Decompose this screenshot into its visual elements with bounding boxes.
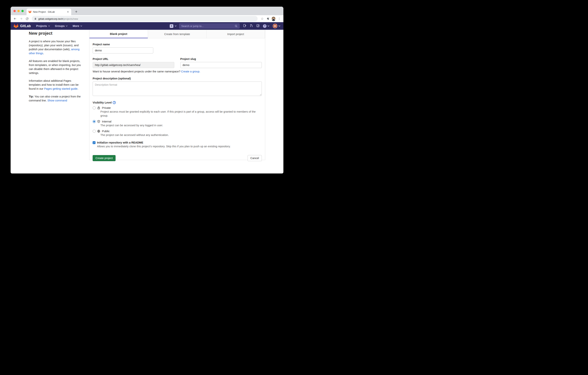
merge-requests-icon[interactable] <box>250 24 253 28</box>
private-option-description: Project access must be granted explicitl… <box>100 110 262 118</box>
url-text: gitlab.widgetcorp.tech/projects/new <box>38 17 78 21</box>
chevron-down-icon <box>278 25 280 27</box>
sidebar-paragraph: A project is where you house your files … <box>29 39 83 55</box>
chevron-down-icon <box>48 25 50 27</box>
blank-project-form: Project name Project URL Project slug Wa… <box>89 38 265 161</box>
extensions-puzzle-icon[interactable] <box>266 16 270 21</box>
project-url-input[interactable] <box>93 62 174 68</box>
public-radio[interactable] <box>93 130 96 133</box>
chevron-down-icon <box>66 25 68 27</box>
visibility-help-icon[interactable]: ? <box>113 101 116 104</box>
visibility-level-label: Visibility Level ? <box>93 101 262 104</box>
public-option-label[interactable]: Public <box>102 130 110 133</box>
help-menu[interactable]: ? <box>263 24 269 28</box>
page-sidebar: New project A project is where you house… <box>29 31 83 106</box>
new-dropdown[interactable]: + <box>170 24 177 28</box>
gitlab-favicon <box>28 11 32 13</box>
global-search[interactable] <box>179 23 240 29</box>
gitlab-navbar: GitLab Projects Groups More + <box>10 22 284 30</box>
menu-groups[interactable]: Groups <box>55 24 68 27</box>
tab-blank-project[interactable]: Blank project <box>89 30 148 38</box>
show-command-link[interactable]: Show command <box>47 99 67 102</box>
tip-label: Tip: <box>29 95 34 98</box>
project-slug-label: Project slug <box>180 57 262 60</box>
cancel-button[interactable]: Cancel <box>248 155 262 161</box>
project-name-input[interactable] <box>93 47 153 54</box>
readme-label[interactable]: Initialize repository with a README <box>97 141 143 144</box>
page-title: New project <box>29 31 83 36</box>
user-avatar <box>273 23 278 28</box>
create-group-link[interactable]: Create a group. <box>181 70 200 73</box>
gitlab-brand[interactable]: GitLab <box>14 24 31 28</box>
description-textarea[interactable] <box>93 81 262 96</box>
project-type-tabs: Blank project Create from template Impor… <box>89 30 265 38</box>
plus-icon <box>75 11 77 13</box>
back-icon <box>13 17 17 20</box>
tab-close-icon[interactable] <box>66 11 69 13</box>
plus-square-icon: + <box>170 24 173 28</box>
globe-icon <box>97 130 100 133</box>
tab-create-from-template[interactable]: Create from template <box>148 30 207 38</box>
search-icon <box>235 25 238 27</box>
window-minimize-button[interactable] <box>17 10 20 12</box>
user-menu[interactable] <box>273 23 280 28</box>
check-icon <box>93 142 95 144</box>
new-tab-button[interactable] <box>74 9 79 14</box>
menu-more[interactable]: More <box>73 24 82 27</box>
readme-description: Allows you to immediately clone this pro… <box>97 144 258 148</box>
visibility-option-internal: Internal The project can be accessed by … <box>93 120 262 127</box>
browser-toolbar: gitlab.widgetcorp.tech/projects/new ☆ ⋮ <box>10 15 284 22</box>
description-label: Project description (optional) <box>93 77 262 80</box>
private-radio[interactable] <box>93 106 96 109</box>
bookmark-star-icon[interactable]: ☆ <box>260 16 264 21</box>
address-bar[interactable]: gitlab.widgetcorp.tech/projects/new <box>32 16 258 22</box>
browser-menu-icon[interactable]: ⋮ <box>277 16 282 21</box>
browser-profile-avatar[interactable] <box>271 16 276 21</box>
desktop-background: New Project · GitLab gitlab.widg <box>0 0 294 188</box>
internal-option-label[interactable]: Internal <box>102 120 111 123</box>
project-slug-group: Project slug <box>180 57 262 68</box>
forward-icon <box>20 17 23 20</box>
browser-tab[interactable]: New Project · GitLab <box>27 9 71 15</box>
browser-tab-title: New Project · GitLab <box>33 11 65 13</box>
browser-window: New Project · GitLab gitlab.widg <box>10 7 284 174</box>
url-domain: gitlab.widgetcorp.tech <box>38 17 63 20</box>
gitlab-main-menu: Projects Groups More <box>36 24 82 27</box>
browser-tab-strip: New Project · GitLab <box>10 7 284 15</box>
forward-button[interactable] <box>19 16 23 21</box>
window-close-button[interactable] <box>13 10 16 12</box>
navbar-icon-group: ? <box>243 23 280 28</box>
project-url-group: Project URL <box>93 57 174 68</box>
internal-radio[interactable] <box>93 120 96 123</box>
menu-projects[interactable]: Projects <box>36 24 50 27</box>
create-project-button[interactable]: Create project <box>93 155 116 161</box>
public-option-description: The project can be accessed without any … <box>100 133 262 137</box>
sidebar-tip: Tip: You can also create a project from … <box>29 95 83 103</box>
pages-guide-link[interactable]: Pages getting started guide <box>44 87 78 90</box>
description-group: Project description (optional) <box>93 77 262 97</box>
readme-checkbox[interactable] <box>93 141 95 144</box>
search-input[interactable] <box>181 25 233 27</box>
project-slug-input[interactable] <box>180 62 262 68</box>
window-zoom-button[interactable] <box>21 10 24 12</box>
private-option-label[interactable]: Private <box>102 106 111 109</box>
chevron-down-icon <box>80 25 82 27</box>
lock-icon <box>34 17 37 20</box>
lock-icon <box>97 106 100 109</box>
project-url-label: Project URL <box>93 57 174 60</box>
internal-option-description: The project can be accessed by any logge… <box>100 123 262 127</box>
visibility-option-private: Private Project access must be granted e… <box>93 106 262 118</box>
window-controls <box>13 10 24 12</box>
url-path: /projects/new <box>63 17 78 20</box>
back-button[interactable] <box>12 16 17 21</box>
chevron-down-icon <box>175 25 177 27</box>
tab-import-project[interactable]: Import project <box>207 30 265 38</box>
reload-button[interactable] <box>25 16 30 21</box>
sidebar-paragraph: All features are enabled for blank proje… <box>29 59 83 75</box>
new-project-panel: Blank project Create from template Impor… <box>89 30 265 160</box>
issues-icon[interactable] <box>243 24 246 28</box>
visibility-option-public: Public The project can be accessed witho… <box>93 130 262 137</box>
sidebar-paragraph: Information about additional Pages templ… <box>29 79 83 91</box>
todos-icon[interactable] <box>256 24 260 28</box>
gitlab-wordmark: GitLab <box>20 24 31 28</box>
